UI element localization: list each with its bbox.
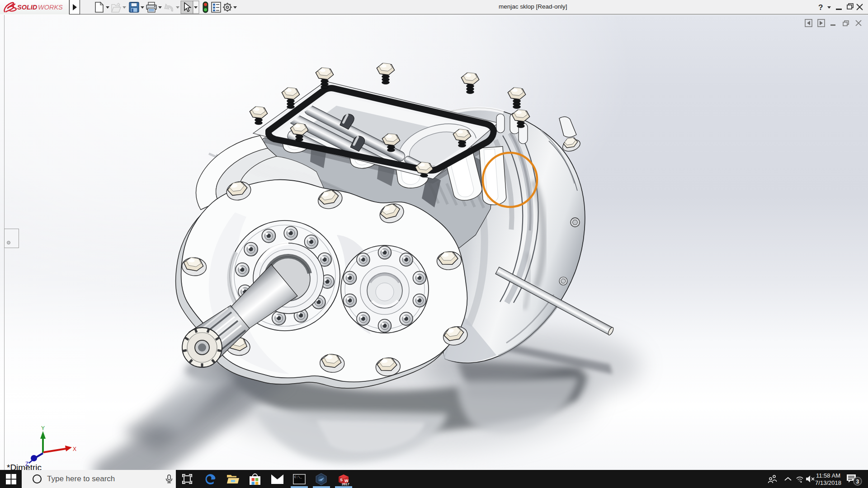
svg-text:11:58 AM: 11:58 AM <box>816 472 840 479</box>
svg-text:S: S <box>340 478 343 482</box>
svg-text:?: ? <box>818 3 823 12</box>
svg-text:Y: Y <box>41 425 45 432</box>
svg-text:C:\_: C:\_ <box>294 475 302 479</box>
svg-text:2017: 2017 <box>342 482 349 486</box>
svg-text:X: X <box>73 446 76 452</box>
svg-text:3: 3 <box>856 479 859 485</box>
svg-text:7/13/2018: 7/13/2018 <box>815 479 841 486</box>
